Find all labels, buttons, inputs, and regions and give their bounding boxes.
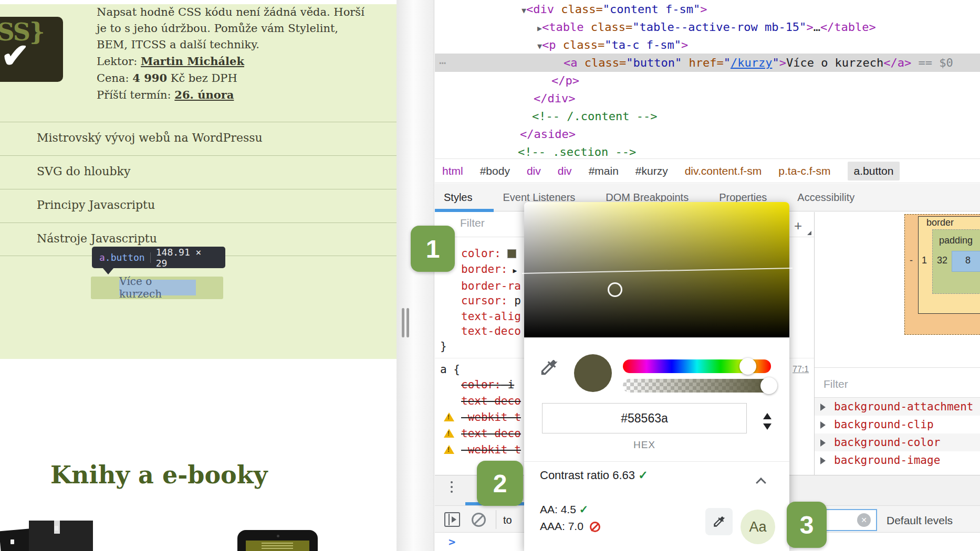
new-style-rule-button[interactable]: + <box>794 218 802 234</box>
css-prop-border-radius[interactable]: border-ra <box>461 280 521 292</box>
alpha-slider[interactable] <box>623 379 771 393</box>
tooltip-selector: a.button <box>99 252 145 263</box>
page-heading: Knihy a e-booky <box>50 461 267 489</box>
eyedropper-icon[interactable] <box>539 357 559 377</box>
text-preview-circle: Aa <box>741 510 775 544</box>
css-prop-text-decoration-overridden[interactable]: text-deco <box>461 427 521 440</box>
padding-left-value[interactable]: 32 <box>937 255 947 266</box>
hex-format-label[interactable]: HEX <box>542 439 747 451</box>
pick-background-color-button[interactable] <box>705 508 733 535</box>
dom-comment-content[interactable]: <!-- /.content --> <box>532 108 657 125</box>
kurzy-href-link[interactable]: /kurzy <box>731 56 772 69</box>
computed-filter-input[interactable] <box>822 374 969 395</box>
panel-resizer-strip[interactable] <box>397 0 434 551</box>
dom-node-aside-close[interactable]: </aside> <box>520 125 576 143</box>
breadcrumb-div[interactable]: div <box>527 165 541 177</box>
computed-prop-background-attachment[interactable]: background-attachment <box>815 398 980 416</box>
resizer-grip-icon <box>402 308 404 337</box>
hue-slider-handle[interactable] <box>739 358 756 375</box>
dom-node-p-close[interactable]: </p> <box>551 72 579 90</box>
border-left-value[interactable]: 1 <box>922 255 927 266</box>
tablet-screen <box>246 541 309 551</box>
css-prop-cursor[interactable]: cursor: p <box>461 294 521 307</box>
lektor-line: Lektor: Martin Michálek <box>97 53 372 70</box>
console-sidebar-icon[interactable] <box>444 512 460 527</box>
saturation-value-gradient[interactable] <box>524 202 789 337</box>
warning-icon <box>444 429 454 438</box>
clear-console-icon[interactable] <box>472 513 486 527</box>
computed-prop-background-clip[interactable]: background-clip <box>815 416 980 433</box>
breadcrumb-div[interactable]: div <box>558 165 572 177</box>
cena-line: Cena: 4 990 Kč bez DPH <box>97 70 372 87</box>
box-model-border-label: border <box>926 217 954 228</box>
css-source-link[interactable]: 77:1 <box>793 365 809 374</box>
console-prompt-chevron[interactable]: > <box>449 535 455 548</box>
css-prop-webkit-overridden[interactable]: -webkit-t <box>461 443 521 456</box>
dom-node-p[interactable]: ▼<p class="ta-c f-sm"> <box>537 36 688 54</box>
breadcrumb-html[interactable]: html <box>442 165 463 177</box>
annotation-badge-2: 2 <box>477 461 523 506</box>
color-swatch[interactable] <box>507 249 516 258</box>
course-row-wordpress[interactable]: Mistrovský vývoj webů na WordPressu <box>0 122 397 155</box>
course-row-svg[interactable]: SVG do hloubky <box>0 155 397 189</box>
console-context-selector[interactable]: to <box>503 514 512 526</box>
hex-spinner-down-icon[interactable] <box>763 423 772 430</box>
css-prop-border[interactable]: border:▶ <box>461 263 517 276</box>
dom-node-a-selected[interactable]: ⋯ <box>439 54 446 72</box>
css-rule-close-brace: } <box>440 340 447 353</box>
tablet-camera-dot <box>277 535 279 537</box>
logo-check-icon: ✔ <box>1 36 29 75</box>
breadcrumb-main[interactable]: #main <box>589 165 619 177</box>
tooltip-pointer <box>102 268 114 274</box>
computed-separator <box>815 367 980 368</box>
expand-icon <box>820 421 826 429</box>
css-prop-color-overridden[interactable]: color: i <box>461 378 514 391</box>
book-shield-icon <box>55 526 58 531</box>
tooltip-divider <box>150 252 151 263</box>
lektor-link[interactable]: Martin Michálek <box>141 55 244 68</box>
dom-node-table[interactable]: ▶<table class="table--active-row mb-15">… <box>537 18 876 36</box>
css-prop-text-decoration[interactable]: text-deco <box>461 325 521 337</box>
breadcrumb-a-button-selected[interactable]: a.button <box>848 162 900 181</box>
tab-styles[interactable]: Styles <box>444 192 472 204</box>
breadcrumb-p-tac[interactable]: p.ta-c.f-sm <box>778 165 830 177</box>
breadcrumb-kurzy[interactable]: #kurzy <box>635 165 668 177</box>
current-color-swatch <box>574 354 612 392</box>
course-row-js-principy[interactable]: Principy Javascriptu <box>0 189 397 222</box>
color-cursor[interactable] <box>608 282 622 297</box>
computed-prop-background-color[interactable]: background-color <box>815 433 980 451</box>
css-prop-color[interactable]: color: <box>461 247 516 260</box>
dom-node-a-selected-code[interactable]: <a class="button" href="/kurzy">Více o k… <box>564 54 953 72</box>
site-logo[interactable]: CSS} ✔ <box>0 17 63 82</box>
breadcrumb-body[interactable]: #body <box>480 165 510 177</box>
computed-prop-background-image[interactable]: background-image <box>815 451 980 469</box>
vice-o-kurzech-button[interactable]: Více o kurzech <box>119 280 196 295</box>
new-style-rule-dropdown-icon <box>807 231 811 235</box>
termin-link[interactable]: 26. února <box>174 88 234 101</box>
margin-left-value[interactable]: - <box>910 255 913 266</box>
hex-value-input[interactable]: #58563a <box>542 403 747 433</box>
clear-filter-icon[interactable]: ✕ <box>857 513 871 527</box>
breadcrumb-div-content[interactable]: div.content.f-sm <box>685 165 762 177</box>
console-levels-dropdown[interactable]: Default levels <box>887 514 953 527</box>
css-prop-webkit-overridden[interactable]: -webkit-t <box>461 411 521 423</box>
toolbar-divider <box>496 510 496 529</box>
tab-accessibility[interactable]: Accessibility <box>797 192 854 204</box>
css-prop-text-decoration-overridden[interactable]: text-deco <box>461 395 521 407</box>
more-tabs-icon[interactable] <box>451 481 453 495</box>
dom-node-div-close[interactable]: </div> <box>534 90 575 108</box>
contrast-pass-icon: ✓ <box>638 469 648 482</box>
content-width-value[interactable]: 8 <box>965 255 971 266</box>
termin-line: Příští termín: 26. února <box>97 87 372 103</box>
css-prop-text-align[interactable]: text-alig <box>461 310 521 323</box>
expand-shorthand-icon[interactable]: ▶ <box>513 267 517 274</box>
inspect-tooltip: a.button 148.91 × 29 <box>92 247 225 268</box>
css-selector-a[interactable]: a { <box>440 363 460 376</box>
dom-node-div-content[interactable]: ▼<div class="content f-sm"> <box>522 1 707 18</box>
screenshot-root: CSS} ✔ Napsat hodně CSS kódu není žádná … <box>0 0 980 551</box>
hex-spinner-up-icon[interactable] <box>763 413 772 419</box>
collapse-contrast-icon[interactable] <box>756 478 766 488</box>
aaa-fail-icon <box>590 522 600 532</box>
alpha-slider-handle[interactable] <box>760 377 777 394</box>
warning-icon <box>444 445 454 454</box>
